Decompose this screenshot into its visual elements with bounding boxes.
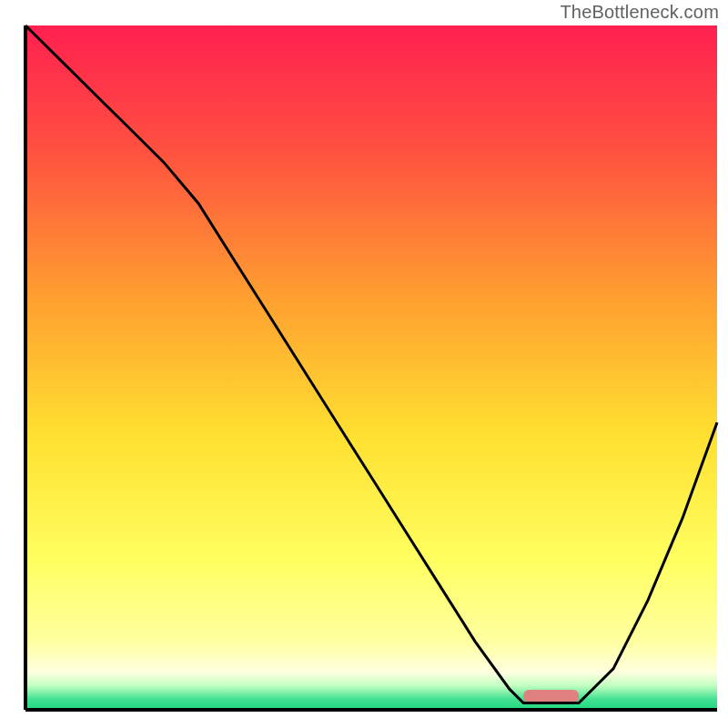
chart-svg [0, 0, 728, 728]
optimum-marker [523, 690, 579, 703]
bottleneck-chart: TheBottleneck.com [0, 0, 728, 728]
watermark-text: TheBottleneck.com [0, 2, 719, 23]
